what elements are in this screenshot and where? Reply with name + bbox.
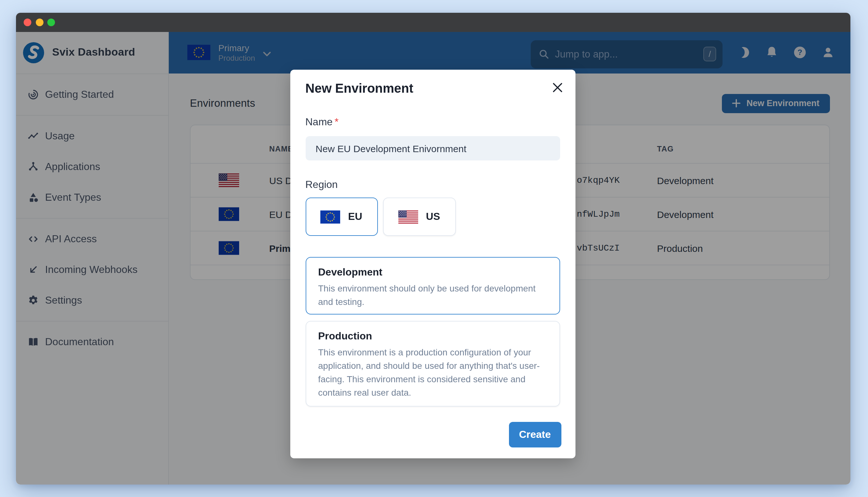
close-window-button[interactable] — [24, 18, 31, 26]
name-input[interactable] — [305, 136, 560, 160]
traffic-lights — [24, 18, 55, 26]
create-button[interactable]: Create — [509, 422, 561, 448]
name-field-label: Name* — [305, 114, 560, 130]
region-field-label: Region — [305, 177, 560, 193]
region-option-label: EU — [348, 211, 362, 223]
environment-type-title: Production — [318, 329, 547, 344]
new-environment-modal: New Environment Name* Region EU — [290, 70, 575, 458]
region-option-us[interactable]: US — [383, 198, 456, 236]
environment-type-production[interactable]: Production This environment is a product… — [305, 321, 560, 406]
region-option-label: US — [426, 211, 440, 223]
us-flag-icon — [398, 210, 418, 223]
eu-flag-icon — [321, 210, 341, 223]
window-content: Svix Dashboard Getting Started — [16, 32, 850, 484]
environment-type-description: This environment should only be used for… — [318, 282, 547, 309]
environment-type-description: This environment is a production configu… — [318, 346, 547, 399]
zoom-window-button[interactable] — [47, 18, 55, 26]
environment-type-development[interactable]: Development This environment should only… — [305, 257, 560, 314]
close-icon — [553, 83, 563, 93]
app-window: Svix Dashboard Getting Started — [16, 13, 850, 484]
titlebar — [16, 13, 850, 32]
minimize-window-button[interactable] — [35, 18, 43, 26]
environment-type-title: Development — [318, 265, 547, 280]
region-option-eu[interactable]: EU — [305, 198, 378, 236]
modal-title: New Environment — [305, 81, 560, 97]
required-marker: * — [335, 116, 338, 127]
page: Svix Dashboard Getting Started — [0, 0, 868, 497]
modal-close-button[interactable] — [548, 78, 567, 97]
